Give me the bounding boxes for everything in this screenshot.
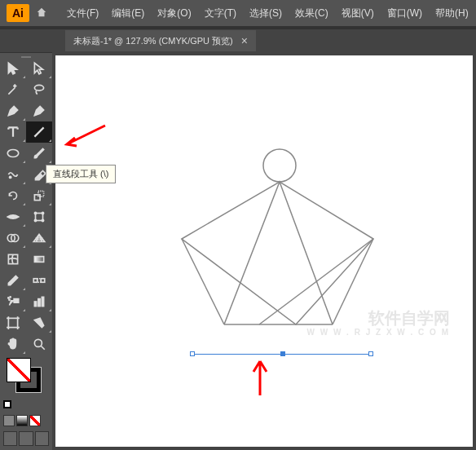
svg-rect-22 xyxy=(38,299,40,307)
pen-tool[interactable] xyxy=(0,100,26,121)
menu-effect[interactable]: 效果(C) xyxy=(289,7,335,20)
home-icon[interactable] xyxy=(36,7,47,20)
svg-point-20 xyxy=(9,299,10,300)
svg-point-7 xyxy=(34,212,36,214)
svg-point-25 xyxy=(34,339,42,346)
hand-tool[interactable] xyxy=(0,333,26,355)
curvature-tool[interactable] xyxy=(26,100,52,121)
lasso-tool[interactable] xyxy=(26,79,52,100)
menu-file[interactable]: 文件(F) xyxy=(60,7,105,20)
direct-selection-tool[interactable] xyxy=(26,58,52,79)
svg-rect-17 xyxy=(37,279,42,283)
menu-object[interactable]: 对象(O) xyxy=(151,7,197,20)
main-area: 软件自学网 W W W . R J Z X W . C O M 直线段工具 (\… xyxy=(0,52,476,450)
selection-handle-left[interactable] xyxy=(190,351,195,356)
tab-bar: 未标题-1* @ 127.9% (CMYK/GPU 预览) × xyxy=(0,29,476,52)
artboard-tool[interactable] xyxy=(0,312,26,333)
fill-stroke-swatch[interactable] xyxy=(0,355,52,395)
mini-swatches xyxy=(0,395,52,413)
draw-normal[interactable] xyxy=(3,431,17,446)
scale-tool[interactable] xyxy=(26,185,52,206)
menu-window[interactable]: 窗口(W) xyxy=(381,7,429,20)
width-tool[interactable] xyxy=(0,206,26,227)
paintbrush-tool[interactable] xyxy=(26,143,52,164)
tool-tooltip: 直线段工具 (\) xyxy=(46,165,116,183)
menu-select[interactable]: 选择(S) xyxy=(243,7,289,20)
shape-builder-tool[interactable] xyxy=(0,227,26,249)
svg-point-9 xyxy=(34,219,36,221)
color-gradient[interactable] xyxy=(16,415,28,426)
svg-rect-4 xyxy=(34,195,40,201)
eyedropper-tool[interactable] xyxy=(0,270,26,291)
annotation-arrow-1 xyxy=(60,121,109,154)
blend-tool[interactable] xyxy=(26,270,52,291)
tool-panel xyxy=(0,52,52,450)
svg-point-8 xyxy=(42,212,43,214)
menu-edit[interactable]: 编辑(E) xyxy=(105,7,151,20)
svg-point-10 xyxy=(42,219,43,221)
document-tab[interactable]: 未标题-1* @ 127.9% (CMYK/GPU 预览) × xyxy=(65,30,256,51)
tab-close-button[interactable]: × xyxy=(241,34,248,47)
draw-behind[interactable] xyxy=(19,431,33,446)
menu-type[interactable]: 文字(T) xyxy=(198,7,243,20)
zoom-tool[interactable] xyxy=(26,333,52,355)
type-tool[interactable] xyxy=(0,121,26,143)
svg-point-19 xyxy=(10,297,11,298)
crown-drawing xyxy=(137,145,414,333)
svg-rect-23 xyxy=(42,297,43,306)
color-mode-row xyxy=(0,413,52,428)
rotate-tool[interactable] xyxy=(0,185,26,206)
selection-tool[interactable] xyxy=(0,58,26,79)
mesh-tool[interactable] xyxy=(0,249,26,270)
svg-rect-14 xyxy=(34,257,43,262)
draw-inside[interactable] xyxy=(35,431,49,446)
magic-wand-tool[interactable] xyxy=(0,79,26,100)
svg-rect-5 xyxy=(38,191,44,196)
fill-swatch[interactable] xyxy=(7,358,31,382)
slice-tool[interactable] xyxy=(26,312,52,333)
color-solid[interactable] xyxy=(3,415,15,426)
ellipse-tool[interactable] xyxy=(0,143,26,164)
symbol-sprayer-tool[interactable] xyxy=(0,291,26,312)
tab-title: 未标题-1* @ 127.9% (CMYK/GPU 预览) xyxy=(73,35,233,47)
svg-point-2 xyxy=(7,150,19,157)
annotation-arrow-2 xyxy=(248,359,272,399)
gradient-tool[interactable] xyxy=(26,249,52,270)
svg-point-18 xyxy=(8,298,9,298)
svg-line-1 xyxy=(34,127,43,136)
menu-help[interactable]: 帮助(H) xyxy=(429,7,475,20)
menubar: Ai 文件(F) 编辑(E) 对象(O) 文字(T) 选择(S) 效果(C) 视… xyxy=(0,0,476,26)
app-logo: Ai xyxy=(7,4,29,22)
selection-handle-right[interactable] xyxy=(368,351,373,356)
free-transform-tool[interactable] xyxy=(26,206,52,227)
svg-rect-21 xyxy=(34,302,36,307)
screen-mode-row xyxy=(0,428,52,449)
menu-view[interactable]: 视图(V) xyxy=(335,7,381,20)
svg-rect-24 xyxy=(8,318,17,327)
svg-point-27 xyxy=(263,149,296,182)
default-fill-stroke[interactable] xyxy=(3,400,11,408)
svg-point-3 xyxy=(10,176,11,178)
line-segment-tool[interactable] xyxy=(26,121,52,143)
svg-point-0 xyxy=(34,85,43,90)
color-none[interactable] xyxy=(29,415,41,426)
perspective-grid-tool[interactable] xyxy=(26,227,52,249)
selection-anchor-mid[interactable] xyxy=(280,351,285,356)
canvas-area: 软件自学网 W W W . R J Z X W . C O M 直线段工具 (\… xyxy=(52,52,476,450)
shaper-tool[interactable] xyxy=(0,164,26,185)
column-graph-tool[interactable] xyxy=(26,291,52,312)
